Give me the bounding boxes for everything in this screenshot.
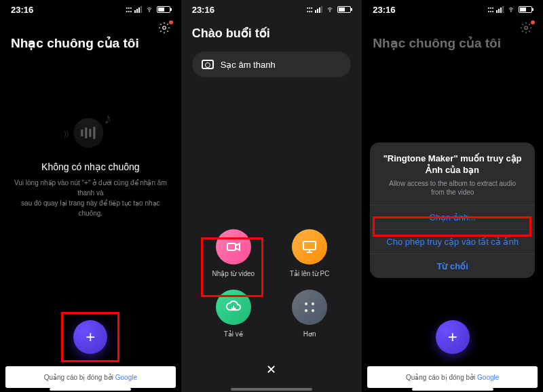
screen-permission: 23:16 ::: Nhạc chuông của tôi Vui lòng n…: [362, 0, 543, 392]
status-time: 23:16: [11, 5, 33, 15]
home-indicator[interactable]: [50, 388, 131, 391]
empty-subtitle: Vui lòng nhấp vào nút "+" ở dưới cùng để…: [13, 178, 168, 218]
deny-button[interactable]: Từ chối: [370, 254, 535, 278]
greeting: Chào buổi tối: [181, 19, 362, 47]
status-time: 23:16: [192, 5, 214, 15]
svg-point-8: [312, 309, 314, 312]
notification-dot: [169, 20, 173, 24]
svg-point-2: [330, 12, 331, 12]
add-button[interactable]: +: [73, 320, 107, 354]
screen-import-sheet: 23:16 ::: Chào buổi tối Sạc âm thanh Nhậ…: [181, 0, 362, 392]
settings-button[interactable]: [519, 20, 533, 35]
permission-subtitle: Allow access to the album to extract aud…: [382, 179, 523, 197]
monitor-icon: [292, 229, 327, 264]
home-indicator[interactable]: [231, 388, 312, 391]
import-sheet: Nhập từ video Tải lên từ PC Tải về: [181, 229, 362, 392]
svg-point-1: [162, 26, 166, 30]
svg-point-7: [305, 309, 307, 312]
grid-icon: [292, 290, 327, 325]
upload-from-pc-button[interactable]: Tải lên từ PC: [282, 229, 337, 277]
add-button[interactable]: +: [436, 320, 470, 354]
more-button[interactable]: Hơn: [282, 290, 337, 338]
permission-dialog: "Ringtone Maker" muốn truy cập Ảnh của b…: [370, 142, 535, 278]
ad-banner[interactable]: Quảng cáo bị đóng bởi Google: [5, 366, 176, 388]
svg-rect-3: [227, 243, 236, 250]
svg-point-6: [312, 302, 314, 305]
audio-charge-button[interactable]: Sạc âm thanh: [192, 52, 352, 77]
close-button[interactable]: ✕: [266, 362, 276, 377]
status-icons: :::: [487, 5, 532, 14]
video-icon: [216, 229, 251, 264]
empty-title: Không có nhạc chuông: [13, 161, 168, 172]
status-icons: :::: [126, 5, 170, 14]
settings-button[interactable]: [157, 20, 172, 35]
page-title: Nhạc chuông của tôi: [373, 35, 532, 51]
svg-point-5: [305, 302, 307, 305]
battery-icon: [202, 60, 214, 69]
notification-dot: [531, 20, 535, 24]
download-button[interactable]: Tải về: [206, 290, 261, 338]
status-bar: 23:16 :::: [362, 0, 543, 19]
permission-title: "Ringtone Maker" muốn truy cập Ảnh của b…: [382, 153, 523, 176]
status-bar: 23:16 :::: [0, 0, 181, 19]
pill-label: Sạc âm thanh: [221, 60, 276, 70]
svg-point-10: [525, 26, 528, 30]
status-icons: :::: [306, 5, 351, 14]
plus-icon: +: [448, 328, 457, 347]
page-title: Nhạc chuông của tôi: [11, 35, 170, 51]
svg-point-9: [511, 12, 512, 12]
music-icon: )) ♪: [67, 111, 114, 152]
allow-all-photos-button[interactable]: Cho phép truy cập vào tất cả ảnh: [370, 229, 535, 254]
home-indicator[interactable]: [412, 388, 493, 391]
ad-banner[interactable]: Quảng cáo bị đóng bởi Google: [367, 366, 538, 388]
status-bar: 23:16 :::: [181, 0, 362, 19]
svg-rect-4: [303, 241, 316, 250]
header: Nhạc chuông của tôi: [362, 19, 543, 56]
plus-icon: +: [86, 328, 95, 347]
empty-state: )) ♪ Không có nhạc chuông Vui lòng nhấp …: [13, 111, 168, 218]
status-time: 23:16: [373, 5, 395, 15]
import-from-video-button[interactable]: Nhập từ video: [206, 229, 261, 277]
header: Nhạc chuông của tôi: [0, 19, 181, 56]
screen-my-ringtones: 23:16 ::: Nhạc chuông của tôi )) ♪ Không…: [0, 0, 181, 392]
cloud-download-icon: [216, 290, 251, 325]
svg-point-0: [149, 12, 149, 12]
select-photos-button[interactable]: Chọn ảnh...: [370, 205, 535, 229]
